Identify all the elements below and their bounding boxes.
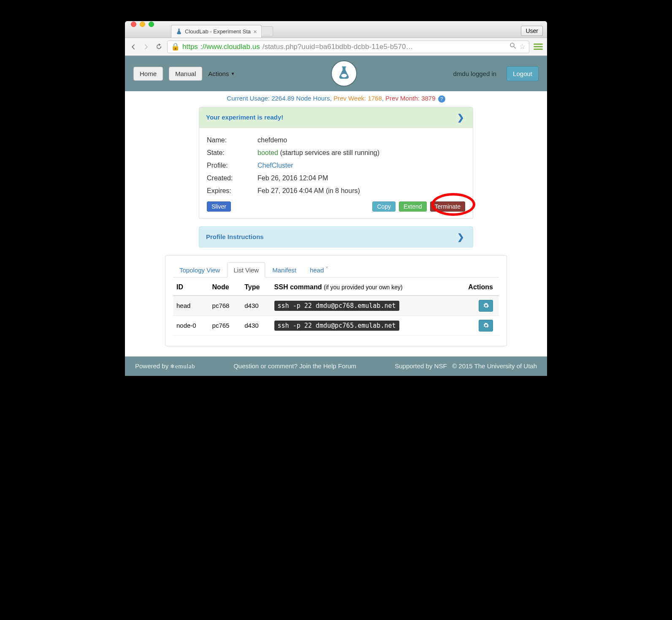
profile-instructions-panel: Profile Instructions ❯	[199, 226, 473, 247]
chevron-right-icon: ❯	[457, 232, 466, 242]
col-id: ID	[173, 279, 209, 296]
col-ssh: SSH command (if you provided your own ke…	[271, 279, 453, 296]
experiment-status-panel: Your experiment is ready! ❯ Name:chefdem…	[199, 107, 473, 219]
supported-by: Supported by NSF	[395, 362, 447, 370]
svg-rect-3	[342, 66, 346, 68]
status-panel-header[interactable]: Your experiment is ready! ❯	[199, 107, 473, 128]
back-icon[interactable]	[129, 43, 138, 51]
cell-id: head	[173, 296, 209, 316]
tab-manifest[interactable]: Manifest	[266, 262, 303, 277]
manual-button[interactable]: Manual	[169, 67, 202, 81]
url-path: /status.php?uuid=ba61bdbb-dcbb-11e5-b570…	[263, 43, 413, 51]
browser-window: CloudLab - Experiment Sta × User 🔒 https…	[125, 21, 547, 376]
row-actions-button[interactable]	[479, 300, 493, 312]
created-label: Created:	[207, 174, 257, 182]
ssh-command[interactable]: ssh -p 22 dmdu@pc768.emulab.net	[274, 301, 399, 311]
status-panel-title: Your experiment is ready!	[206, 114, 283, 121]
actions-dropdown[interactable]: Actions ▼	[208, 70, 235, 77]
col-actions: Actions	[453, 279, 499, 296]
close-window-icon[interactable]	[131, 22, 136, 27]
caret-down-icon: ▼	[230, 71, 235, 76]
url-scheme: https	[182, 43, 198, 51]
terminate-button[interactable]: Terminate	[430, 201, 465, 212]
usage-prev-week-label: Prev Week:	[333, 95, 368, 102]
forward-icon	[142, 43, 150, 51]
svg-point-4	[341, 74, 347, 77]
col-type: Type	[241, 279, 271, 296]
svg-rect-0	[178, 28, 180, 29]
usage-row: Current Usage: 2264.89 Node Hours, Prev …	[125, 91, 547, 107]
tab-close-icon[interactable]: ×	[325, 265, 328, 270]
expires-label: Expires:	[207, 187, 257, 195]
snowflake-icon: ❄	[170, 363, 175, 370]
cell-id: node-0	[173, 315, 209, 335]
user-menu-button[interactable]: User	[521, 26, 543, 36]
new-tab-button[interactable]	[261, 26, 273, 36]
tab-list[interactable]: List View	[227, 262, 265, 277]
zoom-icon[interactable]	[509, 42, 517, 52]
name-value: chefdemo	[257, 136, 287, 144]
state-label: State:	[207, 149, 257, 157]
chevron-right-icon: ❯	[457, 112, 466, 122]
address-bar: 🔒 https://www.cloudlab.us/status.php?uui…	[125, 38, 547, 56]
minimize-window-icon[interactable]	[140, 22, 145, 27]
help-icon[interactable]: ?	[438, 95, 445, 103]
site-header: Home Manual Actions ▼ dmdu logged in Log…	[125, 56, 547, 91]
logout-button[interactable]: Logout	[507, 66, 539, 81]
profile-link[interactable]: ChefCluster	[257, 162, 293, 169]
maximize-window-icon[interactable]	[149, 22, 154, 27]
url-field[interactable]: 🔒 https://www.cloudlab.us/status.php?uui…	[167, 41, 529, 53]
flask-logo-icon	[336, 65, 352, 82]
cell-node: pc765	[209, 315, 241, 335]
login-status: dmdu logged in	[453, 70, 497, 77]
copyright: © 2015 The University of Utah	[452, 362, 537, 370]
col-node: Node	[209, 279, 241, 296]
help-forum-link[interactable]: Question or comment? Join the Help Forum	[233, 362, 356, 370]
ssh-command[interactable]: ssh -p 22 dmdu@pc765.emulab.net	[274, 321, 399, 331]
tab-title: CloudLab - Experiment Sta	[185, 28, 251, 35]
usage-prev-week-value: 1768	[368, 95, 382, 102]
tab-close-icon[interactable]: ×	[253, 28, 257, 35]
usage-current-value: 2264.89 Node Hours	[271, 95, 330, 102]
row-actions-button[interactable]	[479, 320, 493, 332]
table-row: head pc768 d430 ssh -p 22 dmdu@pc768.emu…	[173, 296, 499, 316]
cell-type: d430	[241, 315, 271, 335]
state-value: booted	[257, 149, 278, 156]
home-button[interactable]: Home	[133, 67, 163, 81]
tab-head[interactable]: head×	[303, 262, 335, 277]
cell-node: pc768	[209, 296, 241, 316]
gear-icon	[483, 322, 489, 329]
reload-icon[interactable]	[154, 43, 163, 51]
powered-by: Powered by ❄emulab	[135, 362, 195, 370]
hamburger-menu-icon[interactable]	[534, 42, 543, 51]
url-host: ://www.cloudlab.us	[201, 43, 260, 51]
profile-label: Profile:	[207, 162, 257, 169]
instructions-title: Profile Instructions	[206, 233, 264, 240]
extend-button[interactable]: Extend	[399, 201, 427, 212]
gear-icon	[483, 302, 489, 309]
window-controls	[131, 21, 154, 33]
tab-topology[interactable]: Topology View	[173, 262, 226, 277]
flask-icon	[176, 28, 182, 35]
actions-label: Actions	[208, 70, 229, 77]
site-footer: Powered by ❄emulab Question or comment? …	[125, 356, 547, 376]
instructions-header[interactable]: Profile Instructions ❯	[199, 226, 473, 247]
table-row: node-0 pc765 d430 ssh -p 22 dmdu@pc765.e…	[173, 315, 499, 335]
cell-type: d430	[241, 296, 271, 316]
svg-point-1	[510, 43, 514, 47]
topology-panel: Topology View List View Manifest head× I…	[165, 255, 507, 346]
usage-current-label: Current Usage:	[227, 95, 271, 102]
bookmark-icon[interactable]: ☆	[519, 42, 526, 51]
copy-button[interactable]: Copy	[372, 201, 396, 212]
titlebar: CloudLab - Experiment Sta × User	[125, 21, 547, 38]
footer-right: Supported by NSF © 2015 The University o…	[395, 362, 537, 370]
usage-prev-month-value: 3879	[421, 95, 435, 102]
browser-tab[interactable]: CloudLab - Experiment Sta ×	[171, 25, 262, 38]
lock-icon: 🔒	[171, 42, 180, 51]
cloudlab-logo[interactable]	[331, 60, 357, 87]
created-value: Feb 26, 2016 12:04 PM	[257, 174, 328, 182]
node-table: ID Node Type SSH command (if you provide…	[173, 279, 499, 336]
name-label: Name:	[207, 136, 257, 144]
sliver-button[interactable]: Sliver	[207, 201, 231, 212]
state-extra: (startup services are still running)	[278, 149, 379, 156]
